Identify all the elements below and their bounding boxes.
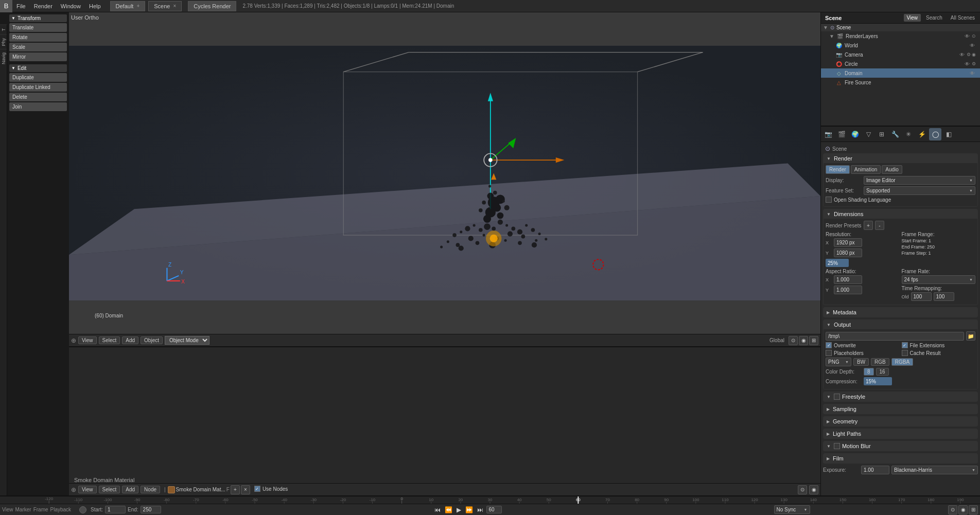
object-prop-icon[interactable]: ▽: [862, 128, 874, 140]
viewport-3d[interactable]: User Ortho: [69, 12, 820, 334]
scene-item-fire-source[interactable]: △ Fire Source: [821, 78, 980, 87]
overwrite-cb[interactable]: ✓: [826, 342, 832, 348]
res-y-field[interactable]: 1080 px: [834, 248, 862, 257]
sync-dropdown[interactable]: No Sync: [774, 505, 810, 514]
view-tc[interactable]: View: [2, 507, 13, 512]
join-btn[interactable]: Join: [9, 102, 67, 111]
start-frame-field[interactable]: 1: [105, 506, 126, 513]
physics-prop-icon[interactable]: ⚡: [916, 128, 928, 140]
freestyle-header[interactable]: Freestyle: [824, 392, 977, 401]
presets-minus[interactable]: -: [875, 221, 884, 230]
scene-item-domain[interactable]: ◇ Domain 👁: [821, 68, 980, 78]
color-depth-16-btn[interactable]: 16: [876, 368, 889, 376]
node-view-btn[interactable]: View: [78, 486, 97, 493]
duplicate-btn[interactable]: Duplicate: [9, 73, 67, 82]
play-btn[interactable]: ▶: [456, 506, 462, 513]
skip-start-btn[interactable]: ⏮: [433, 506, 442, 513]
presets-plus[interactable]: +: [864, 221, 873, 230]
view-btn[interactable]: View: [78, 336, 97, 344]
view-tab[interactable]: View: [904, 14, 921, 22]
timeline-icon3[interactable]: ⊞: [969, 505, 978, 514]
translate-btn[interactable]: Translate: [9, 23, 67, 32]
add-btn[interactable]: Add: [122, 336, 138, 344]
duplicate-linked-btn[interactable]: Duplicate Linked: [9, 83, 67, 92]
scene-tab[interactable]: Scene ×: [148, 1, 182, 11]
viewport-icon-2[interactable]: ◉: [799, 336, 808, 345]
freestyle-cb[interactable]: [834, 394, 840, 400]
scene-prop-icon[interactable]: 🎬: [835, 128, 848, 140]
bw-btn[interactable]: BW: [853, 358, 869, 366]
frame-tc[interactable]: Frame: [33, 507, 48, 512]
aspect-x[interactable]: 1.000: [834, 275, 862, 284]
render-prop-icon[interactable]: 📷: [822, 128, 834, 140]
time-old[interactable]: 100: [911, 292, 932, 301]
menu-help[interactable]: Help: [85, 0, 105, 12]
scene-hierarchy-header[interactable]: ▼ ⊙ Scene: [821, 24, 980, 31]
scale-btn[interactable]: Scale: [9, 43, 67, 51]
node-select-btn[interactable]: Select: [99, 486, 120, 493]
scene-item-circle[interactable]: ⭕ Circle 👁 ⚙: [821, 59, 980, 68]
node-add-btn[interactable]: Add: [122, 486, 138, 493]
particles-prop-icon[interactable]: ✳: [902, 128, 915, 140]
object-btn[interactable]: Object: [141, 336, 163, 344]
constraint-prop-icon[interactable]: ⊞: [876, 128, 888, 140]
motion-blur-header[interactable]: Motion Blur: [824, 441, 977, 451]
format-dropdown[interactable]: PNG: [826, 358, 851, 366]
output-path-field[interactable]: /tmp\: [826, 332, 964, 341]
skip-end-btn[interactable]: ⏭: [476, 506, 484, 513]
file-extensions-cb[interactable]: ✓: [902, 342, 908, 348]
res-x-field[interactable]: 1920 px: [834, 238, 862, 247]
render-section-header[interactable]: Render: [824, 154, 977, 163]
next-frame-btn[interactable]: ⏩: [464, 506, 474, 513]
node-icon1[interactable]: ⊙: [798, 485, 807, 494]
color-management-dropdown[interactable]: Blackman-Harris: [891, 466, 978, 474]
placeholders-cb[interactable]: [826, 350, 832, 356]
geometry-header[interactable]: Geometry: [824, 417, 977, 426]
transform-section-header[interactable]: Transform: [9, 14, 67, 22]
animation-btn[interactable]: Animation: [851, 165, 881, 174]
viewport-icon-1[interactable]: ⊙: [789, 336, 798, 345]
renderer-select[interactable]: Cycles Render: [188, 1, 236, 11]
output-browse-btn[interactable]: 📁: [966, 331, 975, 341]
all-scenes-tab[interactable]: All Scenes: [948, 14, 978, 22]
properties-tab[interactable]: Phy: [0, 34, 7, 49]
node-icon2[interactable]: ◉: [809, 485, 818, 494]
mirror-btn[interactable]: Mirror: [9, 52, 67, 61]
prev-frame-btn[interactable]: ⏪: [444, 506, 453, 513]
texture-prop-icon[interactable]: ◧: [942, 128, 955, 140]
light-paths-header[interactable]: Light Paths: [824, 429, 977, 438]
mode-select[interactable]: Object Mode: [165, 336, 209, 345]
display-dropdown[interactable]: Image Editor: [864, 176, 975, 185]
frame-rate-dropdown[interactable]: 24 fps: [902, 275, 976, 284]
marker-tc[interactable]: Marker: [15, 507, 31, 512]
rgba-btn[interactable]: RGBA: [891, 358, 913, 366]
node-x-btn[interactable]: ×: [241, 485, 250, 494]
compression-bar[interactable]: 15%: [864, 377, 892, 385]
scene-item-camera[interactable]: 📷 Camera 👁 ⚙ ◉: [821, 50, 980, 59]
timeline-bar[interactable]: -120 -110 -100 -90 -80 -70 -60 -50: [0, 496, 980, 504]
global-select[interactable]: Global: [769, 338, 784, 343]
motion-blur-cb[interactable]: [834, 443, 840, 449]
sampling-header[interactable]: Sampling: [824, 404, 977, 414]
material-prop-icon[interactable]: ◯: [929, 128, 941, 140]
scene-item-world[interactable]: 🌍 World 👁: [821, 41, 980, 50]
timeline-icon2[interactable]: ◉: [958, 505, 968, 514]
rotate-btn[interactable]: Rotate: [9, 33, 67, 42]
render-btn[interactable]: Render: [826, 165, 850, 174]
dimensions-section-header[interactable]: Dimensions: [824, 209, 977, 219]
delete-btn[interactable]: Delete: [9, 93, 67, 101]
scene-item-renderlayers[interactable]: ▼ 🎬 RenderLayers 👁 ⊙: [821, 31, 980, 41]
menu-render[interactable]: Render: [30, 0, 57, 12]
timeline-icon1[interactable]: ⊙: [948, 505, 957, 514]
playback-tc[interactable]: Playback: [50, 507, 72, 512]
search-tab[interactable]: Search: [923, 14, 946, 22]
edit-section-header[interactable]: Edit: [9, 64, 67, 72]
cache-result-cb[interactable]: [902, 350, 908, 356]
node-plus-btn[interactable]: +: [231, 485, 240, 494]
exposure-field[interactable]: 1.00: [861, 466, 889, 474]
world-prop-icon[interactable]: 🌍: [849, 128, 861, 140]
modifier-prop-icon[interactable]: 🔧: [889, 128, 901, 140]
aspect-y[interactable]: 1.000: [834, 286, 862, 294]
audio-btn[interactable]: Audio: [882, 165, 902, 174]
color-depth-8-btn[interactable]: 8: [864, 368, 874, 376]
